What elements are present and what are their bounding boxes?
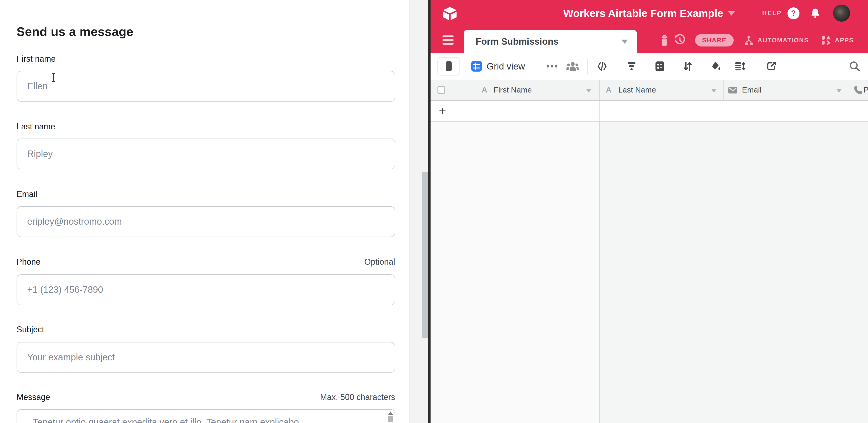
toolbar-divider xyxy=(587,59,588,73)
primary-column-background xyxy=(431,122,599,423)
message-maxchars-hint: Max. 500 characters xyxy=(320,393,395,402)
notifications-bell-icon[interactable] xyxy=(810,7,821,19)
grid-header-row: A First Name A Last Name Email Phone xyxy=(431,80,868,101)
subject-label: Subject xyxy=(17,325,44,335)
view-sidebar-toggle-button[interactable] xyxy=(437,57,460,75)
automations-label: AUTOMATIONS xyxy=(757,37,809,44)
subject-input[interactable] xyxy=(17,342,395,373)
last-name-label: Last name xyxy=(17,122,55,132)
automations-button[interactable]: AUTOMATIONS xyxy=(743,34,809,47)
phone-optional-hint: Optional xyxy=(364,257,395,267)
view-name[interactable]: Grid view xyxy=(487,53,525,79)
add-record-plus-button[interactable]: + xyxy=(439,101,446,121)
grid-view-icon xyxy=(471,61,482,72)
column-menu-chevron-icon[interactable] xyxy=(586,89,592,92)
base-title-text: Workers Airtable Form Example xyxy=(563,7,723,20)
column-divider[interactable] xyxy=(599,80,600,100)
scroll-thumb[interactable] xyxy=(388,416,393,422)
primary-column-divider xyxy=(599,122,600,423)
view-options-ellipsis-icon[interactable] xyxy=(545,53,559,79)
table-list-menu-icon[interactable] xyxy=(442,35,454,45)
column-header-email[interactable]: Email xyxy=(742,80,762,100)
share-button[interactable]: SHARE xyxy=(695,34,734,47)
topbar-right-cluster: HELP ? xyxy=(762,0,868,27)
email-label-row: Email xyxy=(17,190,395,201)
subject-label-row: Subject xyxy=(17,325,395,336)
apps-label: APPS xyxy=(835,37,854,44)
column-header-first-name[interactable]: First Name xyxy=(494,80,532,100)
color-icon[interactable] xyxy=(708,53,723,79)
message-label-row: Message Max. 500 characters xyxy=(17,393,395,404)
form-title: Send us a message xyxy=(17,25,133,39)
sidebar-panel-icon xyxy=(445,61,452,71)
phone-label-row: Phone Optional xyxy=(17,257,395,268)
help-question-icon[interactable]: ? xyxy=(787,7,800,19)
first-name-label: First name xyxy=(17,54,56,64)
last-name-label-row: Last name xyxy=(17,122,395,133)
scroll-up-arrow-icon[interactable] xyxy=(388,412,393,415)
tab-form-submissions[interactable]: Form Submissions xyxy=(464,30,637,53)
sort-icon[interactable] xyxy=(680,53,695,79)
chevron-down-icon xyxy=(728,11,735,16)
text-field-type-icon: A xyxy=(482,80,487,100)
airtable-topbar: Workers Airtable Form Example HELP ? xyxy=(431,0,868,27)
share-view-icon[interactable] xyxy=(764,53,779,79)
window-split-divider xyxy=(428,0,431,423)
collaborators-icon[interactable] xyxy=(565,53,581,79)
text-field-type-icon: A xyxy=(606,80,612,100)
column-header-phone[interactable]: Phone xyxy=(863,80,868,100)
column-divider[interactable] xyxy=(723,80,723,100)
email-label: Email xyxy=(17,190,37,199)
message-textarea[interactable]: Tenetur optio quaerat expedita vero et i… xyxy=(17,409,395,423)
phone-input[interactable] xyxy=(17,274,395,305)
row-height-icon[interactable] xyxy=(732,53,748,79)
email-field-type-icon xyxy=(728,85,738,95)
first-name-label-row: First name xyxy=(17,54,395,65)
user-avatar[interactable] xyxy=(833,5,850,22)
column-divider xyxy=(599,101,600,121)
select-all-checkbox[interactable] xyxy=(437,86,445,94)
table-tabs-bar: Form Submissions SHARE xyxy=(431,27,868,53)
active-table-name: Form Submissions xyxy=(476,36,558,47)
group-icon[interactable] xyxy=(652,53,668,79)
history-icon[interactable] xyxy=(674,34,686,47)
contact-form-pane: Send us a message First name Last name E… xyxy=(0,0,409,423)
phone-field-type-icon xyxy=(853,85,863,95)
table-chevron-down-icon[interactable] xyxy=(621,39,628,44)
column-menu-chevron-icon[interactable] xyxy=(711,89,717,92)
first-name-input[interactable] xyxy=(17,71,395,102)
help-button[interactable]: HELP xyxy=(762,0,782,27)
grid-empty-area xyxy=(431,122,868,423)
search-icon[interactable] xyxy=(847,53,863,79)
last-name-input[interactable] xyxy=(17,139,395,170)
airtable-pane: Workers Airtable Form Example HELP ? For… xyxy=(431,0,868,423)
apps-shapes-icon xyxy=(820,35,832,46)
add-record-row[interactable]: + xyxy=(431,101,868,122)
column-divider[interactable] xyxy=(849,80,849,100)
hide-fields-icon[interactable] xyxy=(594,53,610,79)
automations-flow-icon xyxy=(743,35,754,46)
left-pane-scrollbar-thumb[interactable] xyxy=(422,172,428,338)
apps-button[interactable]: APPS xyxy=(820,34,854,47)
screen: Send us a message First name Last name E… xyxy=(0,0,868,423)
filter-icon[interactable] xyxy=(624,53,640,79)
left-pane-scrollbar-track[interactable] xyxy=(409,0,428,423)
column-header-last-name[interactable]: Last Name xyxy=(618,80,656,100)
stage: Send us a message First name Last name E… xyxy=(0,0,868,423)
phone-label: Phone xyxy=(17,257,40,267)
message-scrollbar[interactable] xyxy=(387,410,394,423)
email-input[interactable] xyxy=(17,206,395,237)
text-cursor-ibeam xyxy=(51,73,56,82)
column-menu-chevron-icon[interactable] xyxy=(836,89,842,92)
message-label: Message xyxy=(17,393,50,402)
trash-icon[interactable] xyxy=(658,34,671,47)
view-toolbar: Grid view xyxy=(431,53,868,80)
